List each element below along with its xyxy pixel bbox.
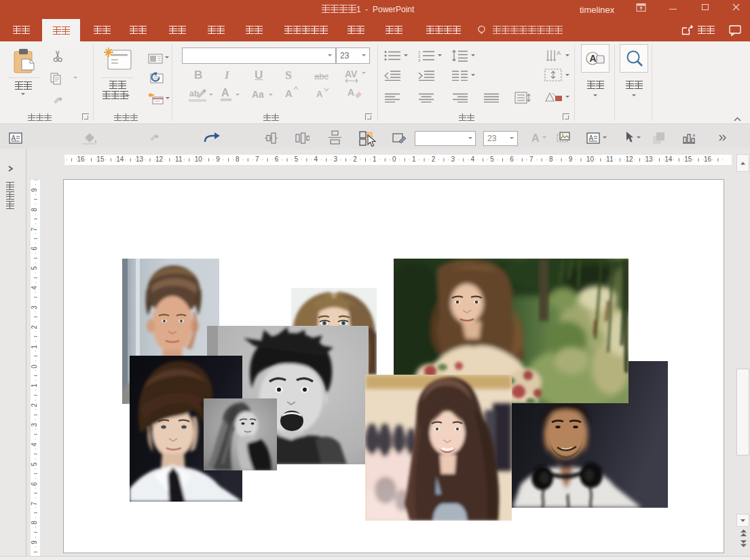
svg-text:A: A bbox=[589, 134, 594, 142]
svg-text:A: A bbox=[590, 53, 597, 64]
svg-text:3: 3 bbox=[418, 58, 421, 62]
svg-text:A: A bbox=[557, 50, 561, 56]
svg-text:A: A bbox=[12, 134, 16, 142]
